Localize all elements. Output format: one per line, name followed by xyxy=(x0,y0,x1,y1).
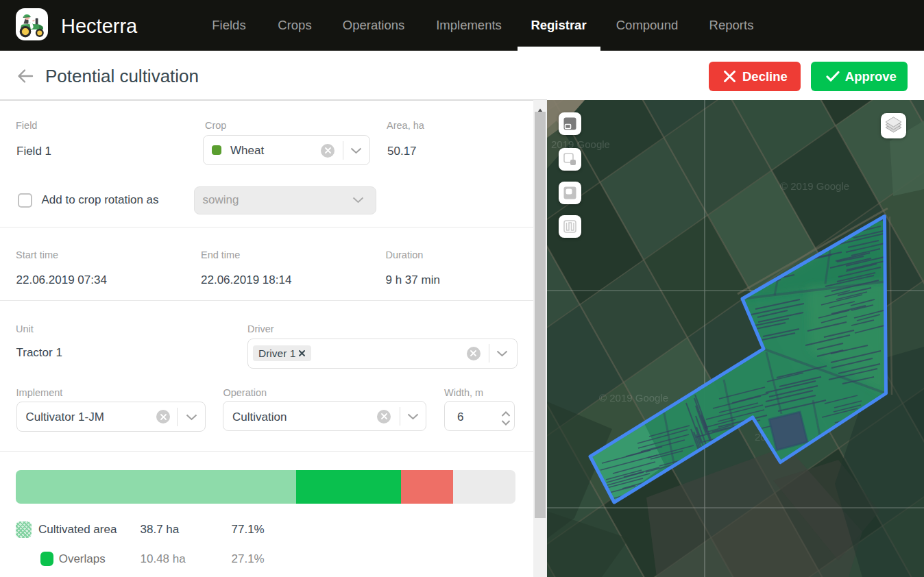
svg-text:© 2019 Google: © 2019 Google xyxy=(599,392,668,404)
svg-text:© 2019 Google: © 2019 Google xyxy=(780,180,849,192)
svg-text:2019 Google: 2019 Google xyxy=(551,138,610,150)
